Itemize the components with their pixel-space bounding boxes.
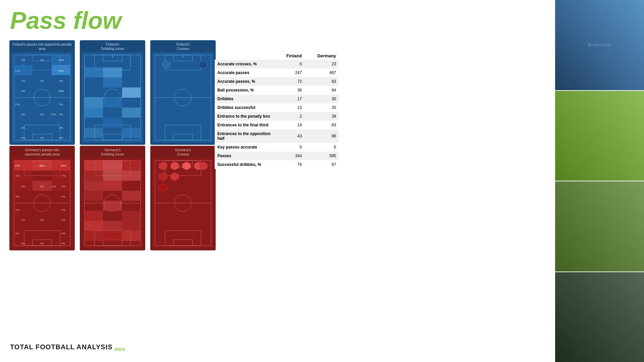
germany-dribbling-pitch [82, 158, 143, 248]
svg-rect-52 [85, 108, 103, 118]
svg-rect-115 [103, 161, 122, 171]
svg-text:22%: 22% [58, 89, 64, 93]
stat-finland: 72 [275, 77, 305, 86]
svg-rect-123 [122, 191, 141, 201]
svg-rect-118 [103, 171, 122, 181]
stat-label: Dribbles [215, 95, 275, 103]
svg-text:0%: 0% [40, 136, 44, 139]
svg-text:38%: 38% [61, 164, 66, 167]
svg-text:11%: 11% [51, 113, 56, 116]
svg-rect-114 [85, 161, 103, 171]
svg-text:0%: 0% [40, 113, 44, 116]
svg-text:11%: 11% [51, 185, 56, 188]
stat-germany: 83 [305, 77, 339, 86]
stat-finland: 247 [275, 68, 305, 77]
logo-pro: pro [115, 347, 125, 352]
germany-dribbling-title: Germany'sDribbling zones [82, 148, 143, 157]
svg-point-68 [182, 56, 183, 57]
svg-text:9%: 9% [40, 185, 44, 188]
stat-label: Accurate crosses, % [215, 60, 275, 68]
svg-rect-128 [103, 221, 122, 231]
germany-passes-pitch: 13% 38% 38% 2% 7% 6% 9% 11% 0% 0% 0% 0% … [11, 158, 73, 248]
stats-table: Finland Germany Accurate crosses, % 0 23… [215, 52, 339, 169]
germany-passes-title: Germany's passes intoopponents penalty a… [11, 148, 73, 157]
finland-crosses-card: Finland'sCrosses [150, 40, 216, 145]
svg-text:0%: 0% [21, 219, 25, 222]
stat-germany: 30 [305, 95, 339, 103]
svg-text:11%: 11% [15, 103, 20, 106]
stat-germany: 88 [305, 129, 339, 143]
svg-text:2%: 2% [15, 174, 19, 177]
stat-label: Passes [215, 152, 275, 160]
stats-row: Dribbles successful 13 20 [215, 103, 339, 112]
stat-finland: 0 [275, 60, 305, 68]
stat-finland: 76 [275, 160, 305, 169]
stat-label: Entrances to the final third [215, 121, 275, 129]
svg-rect-81 [52, 171, 70, 181]
svg-rect-129 [122, 221, 141, 231]
svg-rect-132 [122, 231, 141, 241]
svg-text:0%: 0% [61, 195, 65, 198]
stat-label: Ball possession, % [215, 86, 275, 95]
svg-text:22%: 22% [58, 69, 64, 72]
svg-rect-122 [85, 191, 103, 201]
finland-passes-card: Finland's passes into opponents penalty … [9, 40, 75, 145]
stats-row: Accurate crosses, % 0 23 [215, 60, 339, 68]
stat-finland: 13 [275, 103, 305, 112]
svg-text:0%: 0% [40, 242, 44, 245]
stat-germany: 23 [305, 60, 339, 68]
stats-row: Successful dribbles, % 76 67 [215, 160, 339, 169]
svg-text:0%: 0% [61, 185, 65, 188]
svg-text:0%: 0% [21, 126, 25, 129]
svg-rect-56 [122, 128, 141, 138]
svg-text:0%: 0% [61, 242, 65, 245]
svg-text:13%: 13% [15, 164, 20, 167]
svg-text:0%: 0% [59, 126, 63, 129]
stat-label: Accurate passes, % [215, 77, 275, 86]
col-header-finland: Finland [275, 52, 305, 60]
svg-rect-53 [122, 108, 141, 118]
svg-rect-48 [103, 77, 122, 87]
svg-text:0%: 0% [59, 103, 63, 106]
svg-rect-130 [85, 231, 103, 241]
stat-finland: 17 [275, 95, 305, 103]
stat-label: Successful dribbles, % [215, 160, 275, 169]
svg-text:0%: 0% [15, 195, 19, 198]
svg-text:38%: 38% [39, 164, 45, 167]
finland-dribbling-title: Finland'sDribbling zones [82, 42, 143, 51]
svg-rect-51 [103, 98, 122, 108]
svg-rect-116 [122, 161, 141, 171]
svg-text:0%: 0% [59, 136, 63, 139]
svg-text:0%: 0% [61, 219, 65, 222]
svg-rect-121 [103, 181, 122, 191]
stat-label: Dribbles successful [215, 103, 275, 112]
svg-text:0%: 0% [21, 59, 25, 62]
stat-label: Entrances to the opposition half [215, 129, 275, 143]
stat-finland: 344 [275, 152, 305, 160]
svg-rect-119 [122, 171, 141, 181]
stat-germany: 20 [305, 103, 339, 112]
svg-text:0%: 0% [40, 219, 44, 222]
stat-germany: 585 [305, 152, 339, 160]
finland-dribbling-pitch [82, 52, 143, 143]
stat-germany: 6 [305, 143, 339, 152]
page-title: Pass flow [10, 7, 121, 34]
col-header-metric [215, 52, 275, 60]
stat-finland: 2 [275, 112, 305, 121]
logo-text: TOTAL FOOTBALL ANALYSIS [10, 343, 113, 351]
stat-germany: 487 [305, 68, 339, 77]
svg-rect-125 [85, 211, 103, 221]
finland-crosses-title: Finland'sCrosses [152, 42, 214, 51]
svg-text:0%: 0% [21, 136, 25, 139]
svg-text:0%: 0% [21, 113, 25, 116]
svg-point-57 [112, 56, 113, 57]
svg-rect-12 [33, 65, 52, 75]
svg-rect-120 [85, 181, 103, 191]
stats-row: Dribbles 17 30 [215, 95, 339, 103]
stat-finland: 36 [275, 86, 305, 95]
svg-text:6%: 6% [21, 185, 25, 188]
svg-text:0%: 0% [21, 89, 25, 93]
svg-rect-124 [103, 201, 122, 211]
stat-finland: 14 [275, 121, 305, 129]
svg-text:0%: 0% [40, 79, 44, 82]
